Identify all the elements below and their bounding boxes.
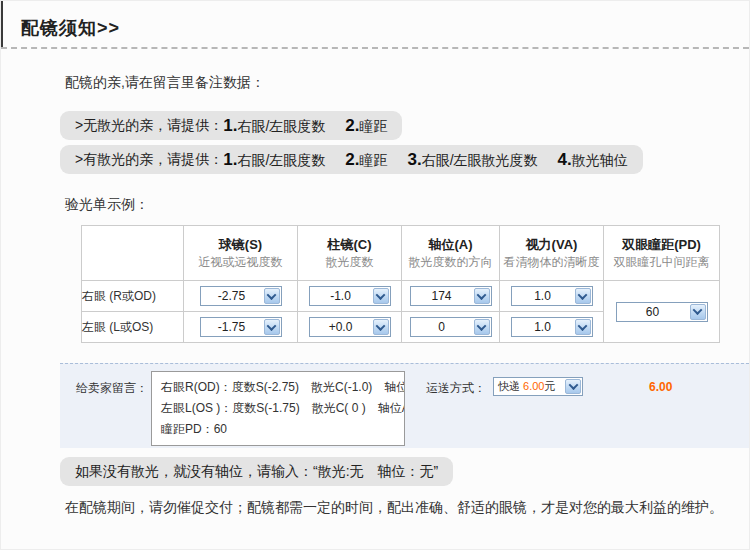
instruction-item: 1.右眼/左眼度数 <box>223 150 325 170</box>
prescription-table: 球镜(S) 近视或远视度数 柱镜(C) 散光度数 轴位(A) 散光度数的方向 视… <box>81 225 720 343</box>
col-subtitle: 散光度数的方向 <box>402 254 499 271</box>
cell-cylinder-right: -1.0 <box>298 281 402 312</box>
astigmatism-instruction-bar: >有散光的亲，请提供： 1.右眼/左眼度数 2.瞳距 3.右眼/左眼散光度数 4… <box>60 145 643 174</box>
patience-note-text: 在配镜期间，请勿催促交付；配镜都需一定的时间，配出准确、舒适的眼镜，才是对您的最… <box>65 499 723 517</box>
no-axis-note-text: 如果没有散光，就没有轴位，请输入：“散光:无 轴位：无” <box>75 463 438 481</box>
select-value: 0 <box>411 320 473 334</box>
no-astigmatism-instruction-bar: >无散光的亲，请提供： 1.右眼/左眼度数 2.瞳距 <box>60 111 402 140</box>
right-eye-sphere-select[interactable]: -2.75 <box>200 286 282 306</box>
select-value: -1.75 <box>201 320 263 334</box>
page-title: 配镜须知>> <box>21 16 120 40</box>
intro-text: 配镜的亲,请在留言里备注数据： <box>65 74 265 92</box>
chevron-down-icon[interactable] <box>474 288 490 304</box>
chevron-down-icon[interactable] <box>264 319 280 335</box>
col-header-pd: 双眼瞳距(PD) 双眼瞳孔中间距离 <box>604 226 720 281</box>
message-line: 左眼L(OS )：度数S(-1.75) 散光C( 0 ) 轴位A( 0 ) <box>161 398 395 419</box>
col-header-va: 视力(VA) 看清物体的清晰度 <box>500 226 604 281</box>
row-label-right-eye: 右眼 (R或OD) <box>82 281 184 312</box>
left-eye-va-select[interactable]: 1.0 <box>511 317 593 337</box>
item-text: 瞳距 <box>359 152 387 168</box>
chevron-down-icon[interactable] <box>264 288 280 304</box>
table-row-right-eye: 右眼 (R或OD) -2.75 -1.0 174 1.0 60 <box>82 281 720 312</box>
select-value: 174 <box>411 289 473 303</box>
item-text: 瞳距 <box>359 118 387 134</box>
no-axis-note-bar: 如果没有散光，就没有轴位，请输入：“散光:无 轴位：无” <box>60 457 453 486</box>
cell-axis-right: 174 <box>402 281 500 312</box>
pd-select[interactable]: 60 <box>616 302 708 322</box>
row-label-left-eye: 左眼 (L或OS) <box>82 312 184 343</box>
shipping-method-label: 运送方式： <box>426 380 486 397</box>
select-value: -2.75 <box>201 289 263 303</box>
item-number: 1. <box>223 116 237 135</box>
instruction-item: 3.右眼/左眼散光度数 <box>407 150 537 170</box>
table-header-row: 球镜(S) 近视或远视度数 柱镜(C) 散光度数 轴位(A) 散光度数的方向 视… <box>82 226 720 281</box>
glasses-notice-page: 配镜须知>> 配镜的亲,请在留言里备注数据： >无散光的亲，请提供： 1.右眼/… <box>0 0 750 550</box>
left-eye-axis-select[interactable]: 0 <box>410 317 492 337</box>
bar-prefix: >有散光的亲，请提供： <box>75 151 223 169</box>
title-divider <box>1 47 749 49</box>
instruction-item: 2.瞳距 <box>345 150 387 170</box>
cell-va-left: 1.0 <box>500 312 604 343</box>
right-eye-va-select[interactable]: 1.0 <box>511 286 593 306</box>
select-value: 60 <box>617 305 689 319</box>
chevron-down-icon[interactable] <box>690 304 706 320</box>
cell-sphere-left: -1.75 <box>184 312 298 343</box>
instruction-item: 1.右眼/左眼度数 <box>223 116 325 136</box>
col-title: 轴位(A) <box>402 235 499 254</box>
example-caption: 验光单示例： <box>65 196 149 214</box>
col-header-cylinder: 柱镜(C) 散光度数 <box>298 226 402 281</box>
item-text: 右眼/左眼散光度数 <box>422 152 538 168</box>
cell-cylinder-left: +0.0 <box>298 312 402 343</box>
item-text: 散光轴位 <box>572 152 628 168</box>
col-title: 视力(VA) <box>500 235 603 254</box>
col-title: 球镜(S) <box>184 235 297 254</box>
col-subtitle: 散光度数 <box>298 254 401 271</box>
col-header-sphere: 球镜(S) 近视或远视度数 <box>184 226 298 281</box>
chevron-down-icon[interactable] <box>474 319 490 335</box>
item-number: 1. <box>223 150 237 169</box>
select-value: -1.0 <box>310 289 372 303</box>
cell-axis-left: 0 <box>402 312 500 343</box>
chevron-down-icon[interactable] <box>373 319 389 335</box>
cell-va-right: 1.0 <box>500 281 604 312</box>
shipping-price: 6.00 <box>649 380 672 394</box>
chevron-down-icon[interactable] <box>575 319 591 335</box>
bar-prefix: >无散光的亲，请提供： <box>75 117 223 135</box>
seller-message-panel: 给卖家留言： 右眼R(OD)：度数S(-2.75) 散光C(-1.0) 轴位A(… <box>60 363 749 448</box>
select-value: 1.0 <box>512 320 574 334</box>
left-eye-cylinder-select[interactable]: +0.0 <box>309 317 391 337</box>
message-line: 瞳距PD：60 <box>161 419 395 440</box>
chevron-down-icon[interactable] <box>373 288 389 304</box>
select-value: 快递 6.00元 <box>494 379 564 394</box>
item-number: 2. <box>345 116 359 135</box>
cell-pd: 60 <box>604 281 720 343</box>
item-number: 3. <box>407 150 421 169</box>
right-eye-cylinder-select[interactable]: -1.0 <box>309 286 391 306</box>
col-subtitle: 双眼瞳孔中间距离 <box>604 254 719 271</box>
col-title: 双眼瞳距(PD) <box>604 235 719 254</box>
message-line: 右眼R(OD)：度数S(-2.75) 散光C(-1.0) 轴位A( 174) <box>161 377 395 398</box>
cell-sphere-right: -2.75 <box>184 281 298 312</box>
select-value: +0.0 <box>310 320 372 334</box>
select-value: 1.0 <box>512 289 574 303</box>
right-eye-axis-select[interactable]: 174 <box>410 286 492 306</box>
chevron-down-icon[interactable] <box>565 379 581 394</box>
chevron-down-icon[interactable] <box>575 288 591 304</box>
left-eye-sphere-select[interactable]: -1.75 <box>200 317 282 337</box>
col-header-axis: 轴位(A) 散光度数的方向 <box>402 226 500 281</box>
page-left-accent <box>1 1 3 48</box>
item-number: 4. <box>558 150 572 169</box>
shipping-method-select[interactable]: 快递 6.00元 <box>493 377 583 396</box>
item-text: 右眼/左眼度数 <box>237 118 325 134</box>
item-number: 2. <box>345 150 359 169</box>
col-subtitle: 看清物体的清晰度 <box>500 254 603 271</box>
col-subtitle: 近视或远视度数 <box>184 254 297 271</box>
col-title: 柱镜(C) <box>298 235 401 254</box>
instruction-item: 4.散光轴位 <box>558 150 628 170</box>
corner-cell <box>82 226 184 281</box>
seller-message-box[interactable]: 右眼R(OD)：度数S(-2.75) 散光C(-1.0) 轴位A( 174) 左… <box>151 371 405 446</box>
seller-message-label: 给卖家留言： <box>76 380 148 397</box>
item-text: 右眼/左眼度数 <box>237 152 325 168</box>
instruction-item: 2.瞳距 <box>345 116 387 136</box>
